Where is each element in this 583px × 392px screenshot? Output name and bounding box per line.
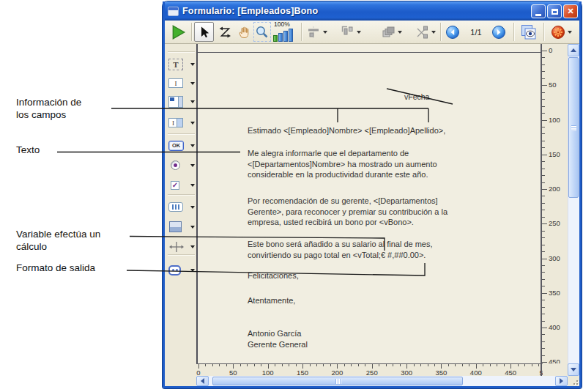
- ruler-tick: [542, 259, 547, 259]
- scroll-left-button[interactable]: [196, 376, 209, 386]
- combo-box-tool[interactable]: I: [168, 115, 196, 130]
- vertical-scrollbar[interactable]: [568, 44, 579, 376]
- zoom-tool-button[interactable]: [253, 22, 271, 42]
- letter-paragraph[interactable]: Por recomendación de su gerente, <[Depar…: [248, 196, 448, 228]
- ruler-tick: [469, 364, 469, 366]
- group-box-tool[interactable]: [168, 219, 196, 234]
- horizontal-scroll-thumb[interactable]: [212, 377, 463, 385]
- ruler-tick: [542, 203, 545, 204]
- app-window: Formulario: [Empleados]Bono ✕: [163, 1, 582, 388]
- close-icon: ✕: [567, 7, 573, 15]
- pan-hand-icon: [237, 25, 251, 40]
- close-button[interactable]: ✕: [563, 4, 578, 18]
- select-arrow-icon: [198, 26, 211, 39]
- ruler-tick: [518, 364, 519, 366]
- ruler-tick: [542, 217, 545, 218]
- letter-paragraph[interactable]: Me alegra informarle que el departamento…: [248, 148, 437, 180]
- layer-order-menu-button[interactable]: [379, 22, 403, 42]
- execute-button[interactable]: [169, 22, 188, 42]
- ruler-tick: [542, 141, 545, 141]
- run-icon: [171, 24, 187, 40]
- resize-grip[interactable]: [568, 376, 579, 386]
- magnifier-icon: [255, 25, 270, 40]
- arrow-left-icon: [201, 378, 204, 384]
- arrow-down-icon: [571, 368, 576, 371]
- checkbox-tool[interactable]: ✓: [168, 177, 196, 193]
- ruler-tick: [542, 99, 545, 100]
- form-window-icon: [168, 7, 179, 16]
- maximize-button[interactable]: [547, 4, 562, 18]
- splitter-tool[interactable]: [168, 239, 196, 254]
- ruler-label: 0: [549, 47, 552, 54]
- prev-page-button[interactable]: [444, 22, 461, 42]
- distribute-menu-button[interactable]: [338, 22, 362, 42]
- resize-dropdown-arrow: [431, 31, 436, 34]
- date-variable-object[interactable]: vFecha: [404, 92, 429, 101]
- text-tool-icon: T: [168, 59, 183, 70]
- zoom-level-control[interactable]: 100%: [272, 21, 299, 43]
- tab-order-icon: [218, 25, 232, 40]
- ruler-tick: [542, 251, 545, 252]
- pan-tool-button[interactable]: [235, 22, 253, 42]
- distribute-dropdown-arrow: [357, 31, 361, 34]
- ruler-tick: [542, 231, 545, 232]
- scroll-up-button[interactable]: [568, 44, 579, 56]
- ruler-tick: [524, 364, 525, 366]
- ruler-tick: [542, 307, 545, 308]
- ruler-tick: [542, 279, 545, 280]
- tab-order-tool-button[interactable]: [216, 22, 234, 42]
- ruler-label: 400: [549, 324, 560, 331]
- scroll-right-button[interactable]: [555, 376, 568, 386]
- properties-menu-button[interactable]: [549, 22, 573, 42]
- ruler-tick: [542, 341, 545, 342]
- layers-icon: [381, 25, 396, 40]
- ruler-tick: [275, 364, 275, 366]
- toolbar-separator: [191, 23, 193, 41]
- ruler-tick: [542, 272, 545, 273]
- letter-paragraph[interactable]: Felicitaciones,: [248, 270, 299, 281]
- zoom-bars-icon: [273, 29, 293, 42]
- ruler-tick: [420, 364, 421, 366]
- ruler-tick: [261, 364, 261, 366]
- preview-button[interactable]: [519, 22, 539, 42]
- arrow-right-icon: [560, 378, 563, 384]
- ruler-tick: [358, 364, 359, 366]
- ruler-tick: [542, 210, 545, 210]
- screenshot-root: Información delos camposTextoVariable ef…: [0, 0, 583, 392]
- ruler-tick: [226, 364, 227, 366]
- ruler-tick: [542, 293, 547, 294]
- letter-paragraph[interactable]: Estimado <[Empleado]Nombre> <[Empleado]A…: [248, 125, 445, 136]
- letter-paragraph[interactable]: Atentamente,: [248, 295, 295, 306]
- resize-icon: [415, 25, 429, 40]
- distribute-icon: [340, 25, 354, 40]
- ruler-label: 100: [549, 117, 560, 124]
- ruler-tick: [386, 364, 387, 366]
- select-tool-button[interactable]: [194, 22, 214, 42]
- title-bar[interactable]: Formulario: [Empleados]Bono ✕: [163, 1, 582, 21]
- horizontal-scrollbar[interactable]: [196, 376, 568, 386]
- ruler-tick: [542, 127, 545, 127]
- vertical-scroll-thumb[interactable]: [568, 57, 579, 198]
- scroll-down-button[interactable]: [568, 363, 579, 376]
- next-page-button[interactable]: [490, 22, 508, 42]
- letter-paragraph[interactable]: Este bono será añadido a su salario al f…: [248, 239, 433, 260]
- tab-control-tool[interactable]: [168, 199, 196, 215]
- input-field-tool[interactable]: I: [168, 75, 196, 91]
- ruler-label: 250: [549, 220, 560, 227]
- button-tool[interactable]: OK: [168, 138, 196, 153]
- align-menu-button[interactable]: [305, 22, 328, 42]
- text-area-tool[interactable]: T: [168, 56, 196, 72]
- ruler-label: 50: [229, 369, 237, 376]
- maximize-icon: [552, 9, 558, 15]
- palette-separator: [168, 194, 195, 196]
- ruler-tick: [542, 334, 545, 335]
- ruler-tick: [212, 364, 213, 366]
- letter-paragraph[interactable]: Antonio García Gerente General: [248, 328, 308, 350]
- radio-button-tool[interactable]: [168, 158, 196, 173]
- ruler-tick: [542, 71, 545, 72]
- ruler-tick: [542, 348, 545, 349]
- resize-menu-button[interactable]: [413, 22, 437, 42]
- picture-button-tool[interactable]: [168, 262, 196, 278]
- list-box-tool[interactable]: [168, 94, 196, 109]
- minimize-button[interactable]: [531, 4, 546, 18]
